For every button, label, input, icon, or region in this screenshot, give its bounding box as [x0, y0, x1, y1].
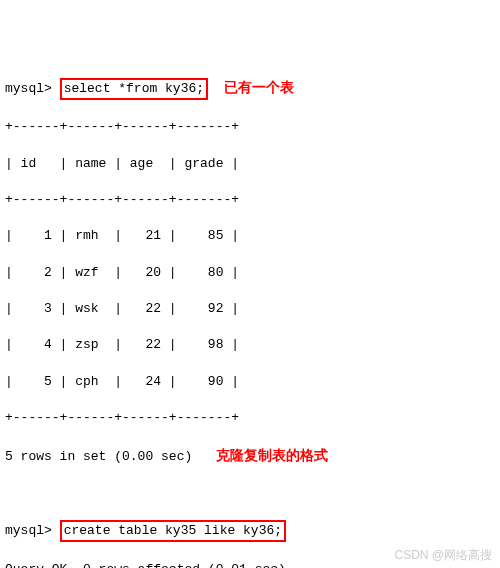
annotation-existing-table: 已有一个表 [224, 79, 294, 95]
watermark: CSDN @网络高搜 [394, 547, 492, 564]
table-row: | 1 | rmh | 21 | 85 | [5, 227, 500, 245]
table-sep: +------+------+------+-------+ [5, 118, 500, 136]
table-row: | 3 | wsk | 22 | 92 | [5, 300, 500, 318]
prompt: mysql> [5, 523, 52, 538]
annotation-clone-format: 克隆复制表的格式 [216, 447, 328, 463]
table-sep: +------+------+------+-------+ [5, 191, 500, 209]
table-sep: +------+------+------+-------+ [5, 409, 500, 427]
table-header: | id | name | age | grade | [5, 155, 500, 173]
prompt: mysql> [5, 81, 52, 96]
table-row: | 4 | zsp | 22 | 98 | [5, 336, 500, 354]
table-row: | 5 | cph | 24 | 90 | [5, 373, 500, 391]
query-select-ky36: select *from ky36; [60, 78, 208, 100]
query-create-ky35: create table ky35 like ky36; [60, 520, 286, 542]
rows-msg: 5 rows in set (0.00 sec) [5, 449, 192, 464]
table-row: | 2 | wzf | 20 | 80 | [5, 264, 500, 282]
